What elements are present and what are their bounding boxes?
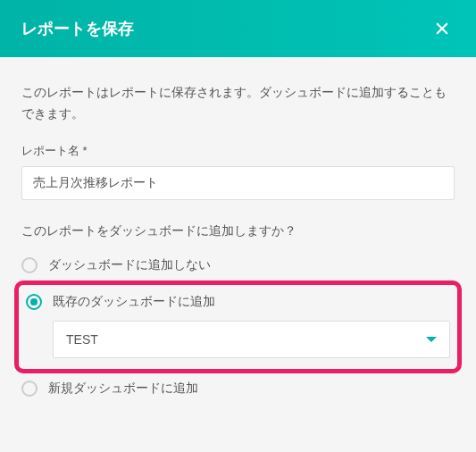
radio-option-new[interactable]: 新規ダッシュボードに追加	[21, 375, 455, 402]
dashboard-select-wrapper: TEST	[53, 321, 450, 358]
radio-label: 既存のダッシュボードに追加	[53, 294, 215, 310]
radio-icon	[21, 381, 38, 397]
dashboard-question: このレポートをダッシュボードに追加しますか？	[21, 223, 455, 239]
radio-option-no-add[interactable]: ダッシュボードに追加しない	[21, 252, 455, 279]
radio-option-existing[interactable]: 既存のダッシュボードに追加	[26, 290, 450, 317]
modal-body: このレポートはレポートに保存されます。ダッシュボードに追加することもできます。 …	[0, 57, 476, 427]
report-name-input[interactable]	[21, 166, 455, 200]
report-name-label: レポート名 *	[21, 143, 455, 159]
radio-label: ダッシュボードに追加しない	[48, 257, 211, 273]
highlight-annotation: 既存のダッシュボードに追加 TEST	[14, 280, 462, 373]
modal-title: レポートを保存	[21, 18, 134, 39]
close-button[interactable]	[430, 16, 455, 41]
radio-group: ダッシュボードに追加しない 既存のダッシュボードに追加 TEST 新規ダッシュボ…	[21, 252, 455, 402]
select-value: TEST	[66, 332, 98, 347]
dashboard-select[interactable]: TEST	[53, 321, 450, 358]
close-icon	[433, 20, 451, 38]
chevron-down-icon	[426, 337, 437, 342]
radio-icon-selected	[26, 294, 42, 310]
description-text: このレポートはレポートに保存されます。ダッシュボードに追加することもできます。	[21, 82, 455, 125]
modal-header: レポートを保存	[0, 0, 476, 57]
radio-icon	[21, 257, 38, 273]
radio-label: 新規ダッシュボードに追加	[48, 381, 198, 397]
